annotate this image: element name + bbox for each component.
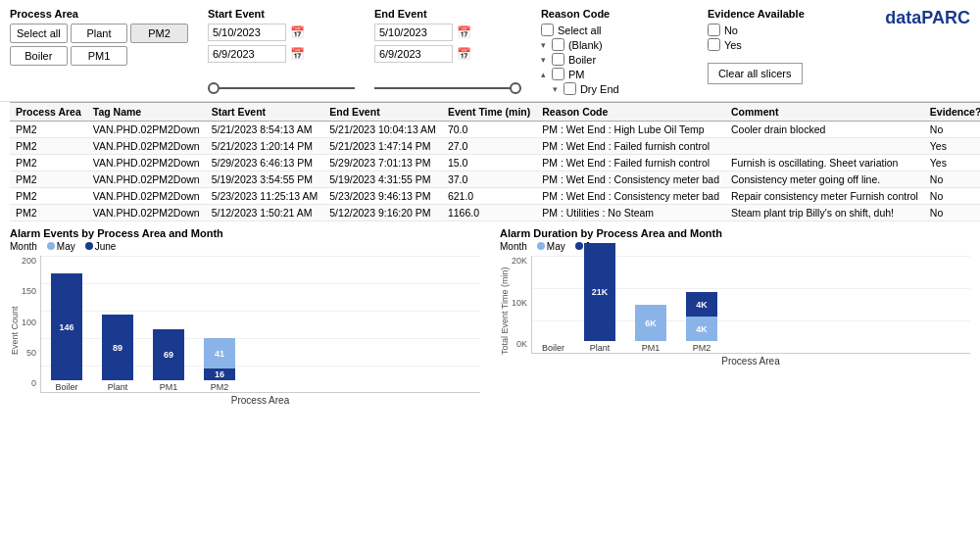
bar-may: 6K — [635, 305, 666, 341]
table-cell: 5/21/2023 1:47:14 PM — [323, 138, 442, 155]
evidence-checkbox-yes[interactable] — [708, 38, 720, 51]
chart2-body: Total Event Time (min) 20K 10K 0K Boiler… — [500, 256, 970, 367]
chart1-y-axis: 200 150 100 50 0 — [22, 256, 40, 406]
brand-prefix: data — [885, 8, 921, 27]
table-cell: No — [924, 188, 980, 205]
clear-slicers-button[interactable]: Clear all slicers — [708, 63, 803, 84]
pa-btn-plant[interactable]: Plant — [71, 24, 128, 43]
table-cell: Steam plant trip Billy's on shift, duh! — [725, 205, 924, 221]
reason-label-boiler: Boiler — [568, 54, 596, 66]
chart1-y-title: Event Count — [10, 256, 20, 406]
col-start-event: Start Event — [206, 103, 324, 122]
table-cell: 5/12/2023 9:16:20 PM — [323, 205, 442, 221]
table-cell: PM : Wet End : Failed furnish control — [536, 155, 725, 172]
table-cell: 5/19/2023 4:31:55 PM — [323, 172, 442, 188]
evidence-label: Evidence Available — [708, 8, 815, 20]
chart1-x-label: Process Area — [40, 395, 480, 406]
table-cell: 27.0 — [442, 138, 536, 155]
evidence-checkbox-no[interactable] — [708, 24, 720, 36]
table-cell: 5/23/2023 11:25:13 AM — [206, 188, 324, 205]
start-date-input-2[interactable] — [208, 45, 286, 63]
pa-btn-boiler[interactable]: Boiler — [10, 46, 68, 66]
pa-btn-pm1[interactable]: PM1 — [71, 46, 128, 66]
table-row: PM2VAN.PHD.02PM2Down5/21/2023 8:54:13 AM… — [10, 122, 980, 138]
chart1-body: Event Count 200 150 100 50 0 146Boiler89… — [10, 256, 480, 406]
process-area-label: Process Area — [10, 8, 188, 20]
bar-group: 4116PM2 — [204, 243, 235, 392]
table-cell: PM : Wet End : Failed furnish control — [536, 138, 725, 155]
chart2-x-label: Process Area — [531, 356, 970, 367]
table-cell: 37.0 — [442, 172, 536, 188]
chart2-june-dot — [575, 242, 583, 250]
table-cell: VAN.PHD.02PM2Down — [87, 188, 206, 205]
table-cell: PM : Utilities : No Steam — [536, 205, 725, 221]
top-bar: Process Area Select all Plant PM2 Boiler… — [0, 0, 980, 102]
table-cell: Yes — [924, 138, 980, 155]
start-date-input-1[interactable] — [208, 24, 286, 41]
start-cal-icon-1[interactable]: 📅 — [290, 25, 305, 39]
end-event-section: End Event 📅 📅 — [374, 8, 521, 94]
chevron-dry-end: ▾ — [553, 84, 558, 94]
bar-label: PM2 — [211, 382, 229, 392]
bar-label: Plant — [590, 343, 611, 353]
table-cell: 5/19/2023 3:54:55 PM — [206, 172, 324, 188]
reason-checkbox-blank[interactable] — [552, 38, 564, 51]
reason-checkbox-boiler[interactable] — [552, 53, 564, 66]
table-row: PM2VAN.PHD.02PM2Down5/12/2023 1:50:21 AM… — [10, 205, 980, 221]
table-cell: Repair consistency meter Furnish control — [725, 188, 924, 205]
table-cell: VAN.PHD.02PM2Down — [87, 155, 206, 172]
end-date-input-1[interactable] — [374, 24, 453, 41]
chart1-june-dot — [85, 242, 93, 250]
start-cal-icon-2[interactable]: 📅 — [290, 47, 305, 61]
evidence-label-yes: Yes — [724, 39, 742, 51]
timeline-track — [220, 87, 355, 89]
end-timeline — [374, 82, 521, 94]
reason-checkbox-pm[interactable] — [552, 68, 564, 80]
pa-btn-select-all[interactable]: Select all — [10, 24, 68, 43]
chart2-y-axis: 20K 10K 0K — [512, 256, 531, 367]
reason-checkbox-dry-end[interactable] — [564, 82, 576, 95]
col-process-area: Process Area — [10, 103, 87, 122]
table-cell: 5/21/2023 1:20:14 PM — [206, 138, 324, 155]
chart2-title: Alarm Duration by Process Area and Month — [500, 227, 970, 239]
reason-boiler: ▾ Boiler — [541, 53, 688, 66]
table-cell: Furnish is oscillating. Sheet variation — [725, 155, 924, 172]
col-reason-code: Reason Code — [536, 103, 725, 122]
bar-label: PM1 — [160, 382, 178, 392]
col-tag-name: Tag Name — [87, 103, 206, 122]
bar-group: 21KPlant — [584, 243, 615, 353]
table-cell: PM2 — [10, 205, 87, 221]
bar-june: 146 — [51, 273, 82, 380]
reason-code-label: Reason Code — [541, 8, 688, 20]
chart2-bars: Boiler21KPlant6KPM14K4KPM2 — [531, 256, 970, 354]
table-cell: 15.0 — [442, 155, 536, 172]
table-cell: Yes — [924, 155, 980, 172]
end-cal-icon-1[interactable]: 📅 — [457, 25, 471, 39]
end-date-row-1: 📅 — [374, 24, 521, 41]
bar-may: 4K — [686, 317, 717, 341]
bar-june: 16 — [204, 368, 235, 380]
pa-btn-pm2[interactable]: PM2 — [130, 24, 188, 43]
bar-group: 146Boiler — [51, 243, 82, 392]
table-cell: PM2 — [10, 138, 87, 155]
bar-label: Plant — [108, 382, 128, 392]
chart1-container: Alarm Events by Process Area and Month M… — [10, 227, 480, 406]
chart2-y-title: Total Event Time (min) — [500, 256, 510, 367]
bar-may: 41 — [204, 338, 235, 368]
bar-label: Boiler — [56, 382, 78, 392]
end-date-input-2[interactable] — [374, 45, 453, 63]
table-cell: 5/29/2023 7:01:13 PM — [323, 155, 442, 172]
chart2-legend-month-label: Month — [500, 241, 527, 252]
start-timeline — [208, 82, 355, 94]
reason-label-pm: PM — [568, 69, 585, 80]
end-cal-icon-2[interactable]: 📅 — [457, 47, 471, 61]
reason-select-all: Select all — [541, 24, 688, 36]
col-event-time: Event Time (min) — [442, 103, 536, 122]
chart1-y-50: 50 — [26, 348, 36, 358]
reason-label-dry-end: Dry End — [580, 83, 619, 95]
bar-group: 6KPM1 — [635, 243, 666, 353]
chart1-legend-month-label: Month — [10, 241, 37, 252]
evidence-no: No — [708, 24, 815, 36]
table-cell: PM : Wet End : High Lube Oil Temp — [536, 122, 725, 138]
reason-checkbox-select-all[interactable] — [541, 24, 554, 36]
